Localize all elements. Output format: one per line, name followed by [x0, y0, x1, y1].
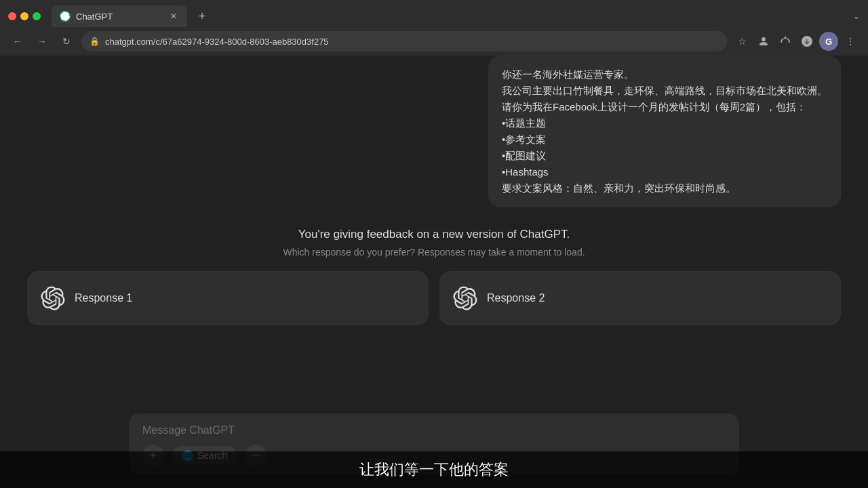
expand-icon[interactable]: ⌄	[853, 12, 860, 21]
message-bullet3: •配图建议	[502, 148, 827, 164]
response-card-1[interactable]: Response 1	[27, 271, 429, 325]
subtitle-text: 让我们等一下他的答案	[359, 461, 509, 478]
message-bullet1: •话题主题	[502, 115, 827, 131]
forward-button[interactable]: →	[33, 32, 52, 51]
browser-chrome: ChatGPT ✕ + ⌄ ← → ↻ 🔒 chatgpt.com/c/67a6…	[0, 0, 868, 56]
menu-icon[interactable]: ⋮	[841, 32, 860, 51]
new-tab-button[interactable]: +	[193, 7, 212, 26]
response2-label: Response 2	[487, 292, 545, 304]
feedback-subtitle: Which response do you prefer? Responses …	[283, 247, 585, 258]
response-cards: Response 1 Response 2	[0, 271, 868, 325]
url-text: chatgpt.com/c/67a62974-9324-800d-8603-ae…	[105, 37, 719, 47]
maximize-button[interactable]	[33, 12, 41, 20]
chatgpt-icon-1	[41, 286, 65, 310]
profile-icon[interactable]	[754, 32, 773, 51]
user-message-bubble: 你还一名海外社媒运营专家。 我公司主要出口竹制餐具，走环保、高端路线，目标市场在…	[488, 56, 841, 207]
tab-title: ChatGPT	[76, 12, 163, 22]
close-button[interactable]	[8, 12, 16, 20]
message-bullet4: •Hashtags	[502, 164, 827, 180]
message-line1: 你还一名海外社媒运营专家。	[502, 68, 634, 80]
toolbar-icons: ☆ G ⋮	[732, 32, 860, 51]
message-line3: 请你为我在Facebook上设计一个月的发帖计划（每周2篇），包括：	[502, 101, 806, 113]
input-placeholder: Message ChatGPT	[142, 424, 726, 436]
extension-icon[interactable]	[776, 32, 795, 51]
address-bar-row: ← → ↻ 🔒 chatgpt.com/c/67a62974-9324-800d…	[0, 27, 868, 56]
active-tab[interactable]: ChatGPT ✕	[52, 5, 187, 27]
downloads-icon[interactable]	[797, 32, 816, 51]
subtitle-overlay: 让我们等一下他的答案	[0, 451, 868, 488]
feedback-title: You're giving feedback on a new version …	[298, 228, 570, 241]
tab-right-controls: ⌄	[850, 12, 860, 21]
refresh-button[interactable]: ↻	[57, 32, 76, 51]
tab-bar: ChatGPT ✕ + ⌄	[0, 0, 868, 27]
message-line4: 要求文案风格：自然、亲和力，突出环保和时尚感。	[502, 182, 736, 194]
user-message-container: 你还一名海外社媒运营专家。 我公司主要出口竹制餐具，走环保、高端路线，目标市场在…	[0, 56, 868, 207]
bookmark-icon[interactable]: ☆	[732, 32, 751, 51]
address-bar[interactable]: 🔒 chatgpt.com/c/67a62974-9324-800d-8603-…	[81, 31, 727, 52]
message-bullet2: •参考文案	[502, 131, 827, 148]
main-content: 你还一名海外社媒运营专家。 我公司主要出口竹制餐具，走环保、高端路线，目标市场在…	[0, 56, 868, 488]
chat-area: 你还一名海外社媒运营专家。 我公司主要出口竹制餐具，走环保、高端路线，目标市场在…	[0, 56, 868, 413]
back-button[interactable]: ←	[8, 32, 27, 51]
lock-icon: 🔒	[90, 37, 100, 46]
message-line2: 我公司主要出口竹制餐具，走环保、高端路线，目标市场在北美和欧洲。	[502, 85, 827, 96]
chatgpt-icon-2	[453, 286, 477, 310]
minimize-button[interactable]	[20, 12, 28, 20]
user-avatar[interactable]: G	[819, 32, 838, 51]
feedback-section: You're giving feedback on a new version …	[0, 221, 868, 339]
response1-label: Response 1	[75, 292, 132, 304]
window-controls	[8, 12, 41, 20]
response-card-2[interactable]: Response 2	[439, 271, 841, 325]
tab-close-button[interactable]: ✕	[168, 11, 179, 22]
tab-favicon	[60, 11, 71, 22]
